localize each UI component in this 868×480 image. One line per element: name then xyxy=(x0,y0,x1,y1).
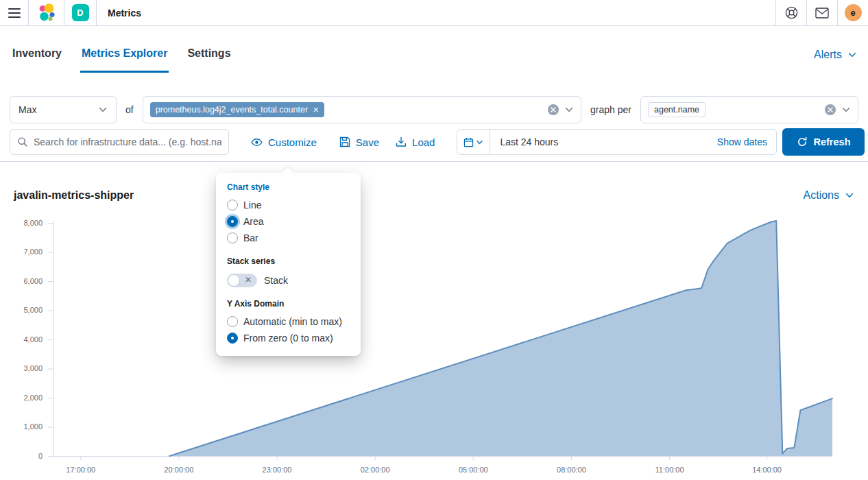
tab-metrics-explorer[interactable]: Metrics Explorer xyxy=(80,27,169,83)
x-axis-label: 05:00:00 xyxy=(459,466,488,474)
help-menu-button[interactable] xyxy=(775,0,806,25)
app-tabs: Inventory Metrics Explorer Settings Aler… xyxy=(0,26,868,84)
time-range-value[interactable]: Last 24 hours xyxy=(490,136,558,147)
y-axis-label: 6,000 xyxy=(23,277,43,285)
load-button[interactable]: Load xyxy=(396,136,435,148)
alerts-dropdown[interactable]: Alerts xyxy=(814,49,857,61)
group-by-combobox[interactable]: agent.name xyxy=(640,96,858,123)
of-label: of xyxy=(125,104,134,115)
chevron-down-icon[interactable] xyxy=(841,105,851,115)
x-axis-label: 20:00:00 xyxy=(164,466,193,474)
metric-controls-row: Max of prometheus.log4j2_events_total.co… xyxy=(0,96,868,123)
aggregation-value: Max xyxy=(19,104,36,115)
y-axis-label: 2,000 xyxy=(23,394,43,402)
refresh-label: Refresh xyxy=(814,136,851,147)
download-icon xyxy=(396,136,407,147)
x-axis-label: 23:00:00 xyxy=(263,466,292,474)
radio-checked-icon[interactable] xyxy=(227,333,238,344)
chart-style-bar-label: Bar xyxy=(243,232,258,243)
user-avatar: e xyxy=(845,4,862,21)
chevron-down-icon xyxy=(845,191,854,200)
x-axis-label: 17:00:00 xyxy=(66,466,95,474)
stack-label: Stack xyxy=(264,275,288,286)
y-axis-option-automatic[interactable]: Automatic (min to max) xyxy=(216,313,361,330)
y-axis-from-zero-label: From zero (0 to max) xyxy=(243,333,333,344)
chart-style-line-label: Line xyxy=(243,200,261,211)
alerts-label: Alerts xyxy=(814,49,842,61)
metric-combobox[interactable]: prometheus.log4j2_events_total.counter ✕ xyxy=(143,96,581,123)
y-axis-option-from-zero[interactable]: From zero (0 to max) xyxy=(216,330,361,346)
metrics-explorer-toolbar: Max of prometheus.log4j2_events_total.co… xyxy=(0,96,868,162)
metric-clear-button[interactable] xyxy=(548,104,559,115)
customize-popover: Chart style Line Area Bar Stack series ✕… xyxy=(216,173,361,356)
radio-unchecked-icon[interactable] xyxy=(227,200,238,211)
stack-toggle[interactable]: ✕ xyxy=(227,274,257,287)
elastic-logo-icon xyxy=(37,3,56,22)
tab-settings[interactable]: Settings xyxy=(186,27,232,83)
chart-style-option-bar[interactable]: Bar xyxy=(216,230,361,246)
space-switcher[interactable]: D xyxy=(64,0,97,25)
space-badge: D xyxy=(72,4,89,21)
chevron-down-icon xyxy=(847,50,857,60)
y-axis-automatic-label: Automatic (min to max) xyxy=(243,316,342,327)
hamburger-icon xyxy=(8,8,21,18)
hamburger-menu-button[interactable] xyxy=(0,0,29,25)
close-icon xyxy=(828,107,833,112)
customize-button[interactable]: Customize xyxy=(251,136,317,148)
group-by-clear-button[interactable] xyxy=(825,104,836,115)
y-axis-label: 0 xyxy=(38,452,43,460)
chart-style-title: Chart style xyxy=(216,181,361,197)
chart-actions-dropdown[interactable]: Actions xyxy=(804,189,854,202)
top-header: D Metrics e xyxy=(0,0,868,26)
search-box xyxy=(10,129,229,155)
toggle-off-x-icon: ✕ xyxy=(245,275,252,285)
x-axis-label: 08:00:00 xyxy=(557,466,586,474)
y-axis-label: 8,000 xyxy=(23,219,43,227)
y-axis-label: 5,000 xyxy=(23,306,43,314)
metric-badge-remove-icon[interactable]: ✕ xyxy=(313,106,319,115)
help-life-ring-icon xyxy=(785,6,798,19)
load-label: Load xyxy=(412,136,435,148)
search-input[interactable] xyxy=(34,136,221,147)
y-axis-label: 4,000 xyxy=(23,335,43,344)
search-icon xyxy=(17,136,28,147)
actions-label: Actions xyxy=(804,189,839,202)
user-menu-button[interactable]: e xyxy=(837,0,868,25)
super-date-picker: Last 24 hours Show dates xyxy=(457,129,777,155)
chart-header: javalin-metrics-shipper Actions xyxy=(0,189,868,202)
chart-style-option-area[interactable]: Area xyxy=(216,213,361,230)
y-axis-label: 3,000 xyxy=(23,364,43,372)
chart-title: javalin-metrics-shipper xyxy=(14,189,134,202)
metrics-area-chart: 01,0002,0003,0004,0005,0006,0007,0008,00… xyxy=(0,211,868,480)
app-title: Metrics xyxy=(108,0,141,25)
refresh-icon xyxy=(797,136,808,147)
notifications-button[interactable] xyxy=(806,0,837,25)
graph-per-label: graph per xyxy=(590,104,631,115)
stack-switch-row[interactable]: ✕ Stack xyxy=(216,271,361,289)
chevron-down-icon xyxy=(98,105,108,115)
aggregation-select[interactable]: Max xyxy=(10,96,117,123)
metric-badge[interactable]: prometheus.log4j2_events_total.counter ✕ xyxy=(150,102,325,117)
mail-icon xyxy=(815,8,829,19)
radio-unchecked-icon[interactable] xyxy=(227,316,238,327)
y-axis-label: 7,000 xyxy=(23,248,43,256)
refresh-button[interactable]: Refresh xyxy=(782,128,865,156)
close-icon xyxy=(551,107,556,112)
save-icon xyxy=(339,136,350,147)
group-by-badge[interactable]: agent.name xyxy=(648,102,706,117)
x-axis-label: 02:00:00 xyxy=(361,466,390,474)
chevron-down-icon xyxy=(476,139,483,146)
radio-unchecked-icon[interactable] xyxy=(227,232,238,243)
search-actions-row: Customize Save Load xyxy=(0,129,868,155)
show-dates-button[interactable]: Show dates xyxy=(717,136,776,147)
chart-style-area-label: Area xyxy=(243,216,264,227)
x-axis-label: 14:00:00 xyxy=(752,466,782,474)
chevron-down-icon[interactable] xyxy=(564,105,574,115)
tab-inventory[interactable]: Inventory xyxy=(11,27,63,83)
save-button[interactable]: Save xyxy=(339,136,379,148)
radio-checked-icon[interactable] xyxy=(227,216,238,227)
date-quick-select-button[interactable] xyxy=(457,130,490,154)
chart-style-option-line[interactable]: Line xyxy=(216,197,361,213)
toggle-thumb xyxy=(228,274,240,287)
elastic-logo[interactable] xyxy=(29,0,64,25)
